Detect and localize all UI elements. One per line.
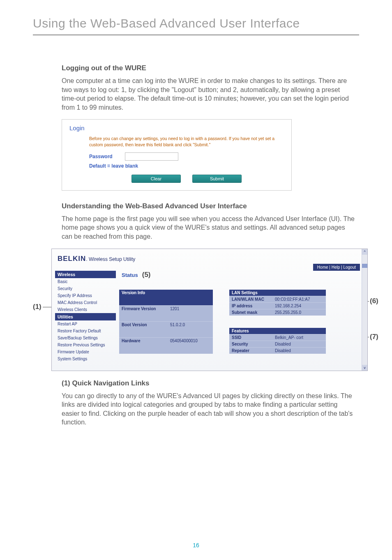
sidebar-item-clients[interactable]: Wireless Clients (55, 306, 116, 313)
annotation-5: (5) (142, 271, 151, 279)
sec-label: Security (229, 341, 272, 347)
home-help-logout[interactable]: Home | Help | Logout (313, 264, 360, 271)
hw-value: 054054000010 (168, 337, 213, 353)
boot-ver-value: 51.0.2.0 (168, 321, 213, 337)
ip-label: IP address (229, 302, 272, 309)
ssid-label: SSID (229, 334, 272, 341)
sidebar-item-ip[interactable]: Specify IP Address (55, 292, 116, 299)
sidebar: Wireless Basic Security Specify IP Addre… (55, 271, 116, 362)
heading-understanding: Understanding the Web-Based Advanced Use… (62, 202, 355, 210)
sidebar-item-save[interactable]: Save/Backup Settings (55, 334, 116, 341)
lan-settings-table: LAN Settings LAN/WLAN MAC00:C0:02:FF:A1:… (229, 290, 326, 316)
dashboard-figure: (2) (3) (4) (1) (6) (7) ^ v BELKIN. Wire… (33, 249, 378, 371)
rep-value: Disabled (272, 347, 326, 354)
default-blank-label: Default = leave blank (89, 163, 284, 169)
sidebar-item-restore-prev[interactable]: Restore Previous Settings (55, 341, 116, 348)
subnet-value: 255.255.255.0 (272, 309, 326, 316)
submit-button[interactable]: Submit (192, 175, 242, 183)
annotation-6: (6) (370, 297, 378, 305)
sidebar-head-wireless[interactable]: Wireless (55, 271, 116, 278)
sidebar-item-basic[interactable]: Basic (55, 278, 116, 285)
ip-value: 192.168.2.254 (272, 302, 326, 309)
version-info-table: Version Info Firmware Version1201 Boot V… (119, 290, 213, 354)
annotation-1: (1) (33, 303, 42, 311)
hw-label: Hardware (119, 337, 168, 353)
scroll-down-icon[interactable]: v (362, 365, 367, 371)
password-label: Password (89, 154, 113, 159)
text-logout: One computer at a time can log into the … (62, 76, 355, 112)
heading-quicknav: (1) Quick Navigation Links (62, 379, 355, 387)
features-table: Features SSIDBelkin_AP- cort SecurityDis… (229, 328, 326, 354)
sidebar-item-mac[interactable]: MAC Address Control (55, 299, 116, 306)
annotation-7: (7) (370, 333, 378, 341)
brand-subtitle: . Wireless Setup Utility (86, 256, 135, 262)
features-head: Features (229, 328, 326, 334)
lan-head: LAN Settings (229, 290, 326, 296)
sidebar-item-security[interactable]: Security (55, 285, 116, 292)
rep-label: Repeater (229, 347, 272, 354)
dashboard-main: Status (5) Version Info Firmware Version… (119, 271, 365, 362)
fw-ver-label: Firmware Version (119, 305, 168, 321)
password-input[interactable] (125, 152, 178, 161)
scroll-up-icon[interactable]: ^ (362, 249, 367, 255)
clear-button[interactable]: Clear (131, 175, 181, 183)
sidebar-item-restart[interactable]: Restart AP (55, 320, 116, 327)
sidebar-head-utilities[interactable]: Utilities (55, 313, 116, 320)
lan-mac-value: 00:C0:02:FF:A1:A7 (272, 296, 326, 302)
status-label: Status (122, 272, 138, 278)
text-understanding: The home page is the first page you will… (62, 214, 355, 241)
sidebar-item-system[interactable]: System Settings (55, 355, 116, 362)
page-number: 16 (0, 542, 392, 548)
sec-value: Disabled (272, 341, 326, 347)
sidebar-item-restore-default[interactable]: Restore Factory Default (55, 327, 116, 334)
login-box: Login Before you can change any settings… (62, 119, 292, 190)
login-message: Before you can change any settings, you … (89, 136, 284, 147)
title-rule (33, 35, 359, 35)
login-title: Login (69, 124, 284, 131)
heading-logout: Logging out of the WURE (62, 64, 355, 72)
ssid-value: Belkin_AP- cort (272, 334, 326, 341)
lan-mac-label: LAN/WLAN MAC (229, 296, 272, 302)
text-quicknav: You can go directly to any of the WURE's… (62, 392, 355, 427)
subnet-label: Subnet mask (229, 309, 272, 316)
scroll-thumb[interactable] (362, 264, 367, 268)
version-info-head: Version Info (119, 290, 213, 305)
page-title: Using the Web-Based Advanced User Interf… (33, 16, 359, 35)
brand-logo: BELKIN (58, 255, 86, 263)
sidebar-item-firmware[interactable]: Firmware Update (55, 348, 116, 355)
fw-ver-value: 1201 (168, 305, 213, 321)
boot-ver-label: Boot Version (119, 321, 168, 337)
dashboard-window: ^ v BELKIN. Wireless Setup Utility Home … (51, 249, 368, 371)
